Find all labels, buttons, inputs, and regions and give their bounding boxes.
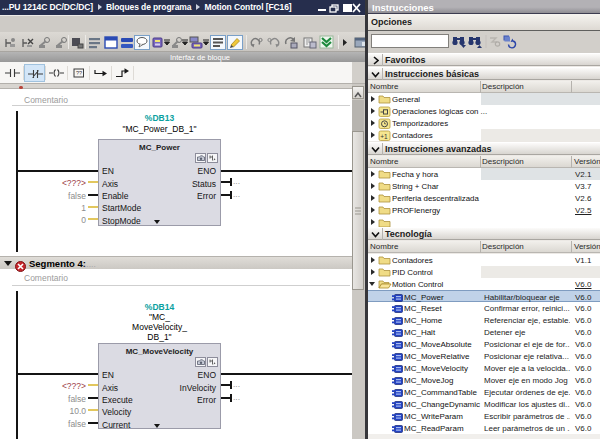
svg-text:??: ?? bbox=[76, 70, 82, 76]
svg-text:+1: +1 bbox=[380, 132, 388, 139]
